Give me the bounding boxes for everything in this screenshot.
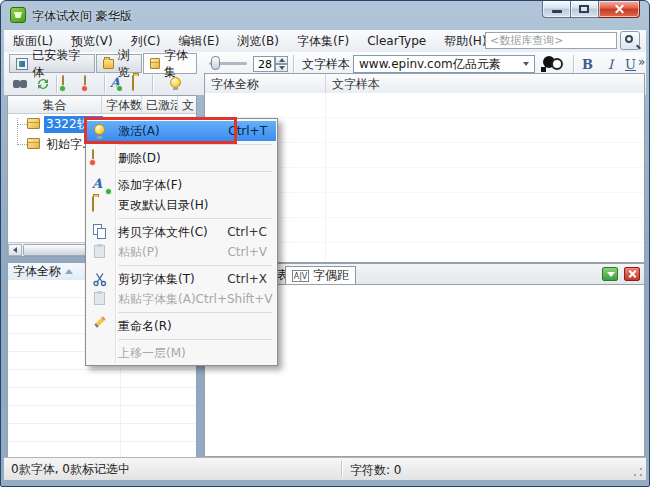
menu-cleartype[interactable]: ClearType bbox=[358, 31, 435, 51]
menu-separator bbox=[118, 218, 272, 219]
toolbar-separator bbox=[104, 75, 106, 93]
column-font-fullname[interactable]: 字体全称 bbox=[205, 74, 326, 93]
column-file[interactable]: 文 bbox=[178, 96, 196, 113]
menu-item-change-default-folder[interactable]: 更改默认目录(H) bbox=[87, 195, 276, 215]
menu-fontset[interactable]: 字体集(F) bbox=[288, 30, 358, 53]
font-size-input[interactable] bbox=[253, 56, 275, 72]
status-font-count: 0款字体, 0款标记选中 bbox=[4, 461, 130, 478]
scroll-left-button[interactable] bbox=[8, 244, 22, 256]
menu-item-copy-font-file[interactable]: 拷贝字体文件(C) Ctrl+C bbox=[87, 222, 276, 242]
app-window: 字体试衣间 豪华版 版面(L) 预览(V) 列(C) 编辑(E) 浏览(B) 字… bbox=[0, 0, 650, 487]
column-set[interactable]: 集合 bbox=[8, 96, 102, 113]
menu-item-label: 上移一层(M) bbox=[118, 345, 267, 362]
bold-button[interactable]: B bbox=[578, 55, 597, 73]
binoculars-icon bbox=[13, 80, 20, 88]
menu-item-shortcut: Ctrl+Shift+V bbox=[196, 292, 273, 306]
rotate-circle-icon bbox=[551, 58, 563, 70]
folder-edit-icon bbox=[92, 197, 109, 213]
column-divider bbox=[325, 93, 326, 262]
menu-item-add-font[interactable]: A 添加字体(F) bbox=[87, 175, 276, 195]
maximize-button[interactable] bbox=[571, 1, 599, 18]
column-text-sample[interactable]: 文字样本 bbox=[326, 74, 644, 93]
menu-item-move-up[interactable]: 上移一层(M) bbox=[87, 343, 276, 363]
paste-icon bbox=[92, 244, 109, 260]
window-title: 字体试衣间 豪华版 bbox=[32, 8, 132, 25]
menu-item-label: 粘贴字体集(A) bbox=[118, 291, 196, 308]
toolbar-separator bbox=[56, 75, 58, 93]
toolbar-separator bbox=[573, 55, 575, 73]
column-activated[interactable]: 已激活 bbox=[142, 96, 178, 113]
empty-icon bbox=[92, 345, 109, 361]
expand-panel-button[interactable] bbox=[602, 267, 618, 281]
sort-ascending-icon bbox=[65, 269, 73, 274]
sample-text-value: www.epinv.com亿品元素 bbox=[354, 56, 523, 73]
close-panel-button[interactable] bbox=[624, 267, 640, 281]
minimize-icon bbox=[552, 10, 562, 13]
font-color-picker[interactable] bbox=[541, 55, 569, 72]
status-divider bbox=[341, 461, 343, 477]
database-search-input[interactable] bbox=[486, 33, 616, 48]
menu-item-rename[interactable]: 重命名(R) bbox=[87, 316, 276, 336]
menu-separator bbox=[118, 265, 272, 266]
refresh-button[interactable] bbox=[35, 76, 51, 92]
menu-item-label: 删除(D) bbox=[118, 150, 267, 167]
title-bar[interactable]: 字体试衣间 豪华版 bbox=[1, 1, 649, 30]
tab-installed-fonts[interactable]: 已安装字体 bbox=[9, 54, 95, 73]
menu-item-shortcut: Ctrl+V bbox=[227, 245, 267, 259]
menu-item-cut-font-set[interactable]: 剪切字体集(T) Ctrl+X bbox=[87, 269, 276, 289]
italic-button[interactable]: I bbox=[601, 55, 620, 73]
column-font-fullname: 字体全称 bbox=[13, 263, 61, 280]
minimize-button[interactable] bbox=[542, 1, 571, 18]
menu-item-paste[interactable]: 粘贴(P) Ctrl+V bbox=[87, 242, 276, 262]
menu-browse[interactable]: 浏览(B) bbox=[228, 30, 288, 53]
menu-item-label: 添加字体(F) bbox=[118, 177, 267, 194]
tab-font-set[interactable]: 字体集 bbox=[143, 53, 197, 74]
size-up-button[interactable] bbox=[275, 56, 288, 64]
tab-kerning[interactable]: A|V 字偶距 bbox=[285, 266, 356, 284]
menu-item-activate[interactable]: 激活(A) Ctrl+T bbox=[87, 121, 276, 141]
menu-item-label: 粘贴(P) bbox=[118, 244, 227, 261]
remove-set-icon bbox=[84, 75, 86, 91]
menu-item-delete[interactable]: 删除(D) bbox=[87, 148, 276, 168]
add-set-icon bbox=[62, 75, 64, 91]
context-menu: 激活(A) Ctrl+T 删除(D) A 添加字体(F) 更改默认目录(H) 拷… bbox=[85, 118, 278, 366]
size-slider-thumb[interactable] bbox=[211, 56, 220, 70]
collection-icon bbox=[27, 118, 40, 129]
close-button[interactable] bbox=[599, 1, 640, 18]
change-default-folder-button[interactable] bbox=[132, 76, 148, 92]
column-font-count[interactable]: 字体数 bbox=[102, 96, 142, 113]
more-tools-chevron[interactable]: » bbox=[638, 55, 645, 69]
status-bar: 0款字体, 0款标记选中 字符数: 0 bbox=[4, 457, 646, 480]
tab-browse[interactable]: 浏览 bbox=[96, 54, 142, 73]
menu-item-shortcut: Ctrl+X bbox=[227, 272, 267, 286]
maximize-icon bbox=[579, 5, 589, 13]
menu-item-label: 拷贝字体文件(C) bbox=[118, 224, 227, 241]
color-square-icon bbox=[541, 67, 546, 72]
add-font-button[interactable]: A bbox=[110, 75, 120, 90]
folder-edit-icon bbox=[132, 75, 134, 91]
tab-label: 字偶距 bbox=[313, 267, 349, 284]
remove-set-button[interactable] bbox=[84, 76, 100, 92]
add-set-button[interactable] bbox=[62, 76, 78, 92]
menu-separator bbox=[118, 144, 272, 145]
menu-item-label: 更改默认目录(H) bbox=[118, 197, 267, 214]
chevron-down-icon bbox=[523, 62, 529, 66]
red-highlight-box bbox=[84, 117, 237, 144]
sample-text-combo[interactable]: www.epinv.com亿品元素 bbox=[353, 55, 535, 73]
collections-header: 集合 字体数 已激活 文 bbox=[8, 96, 196, 114]
add-font-icon: A bbox=[92, 177, 109, 193]
menu-item-label: 剪切字体集(T) bbox=[118, 271, 227, 288]
installed-fonts-icon bbox=[16, 58, 28, 70]
up-arrow-icon bbox=[279, 58, 285, 62]
database-search-box bbox=[485, 32, 617, 49]
app-icon bbox=[10, 7, 26, 23]
menu-item-paste-font-set[interactable]: 粘贴字体集(A) Ctrl+Shift+V bbox=[87, 289, 276, 309]
resize-grip[interactable] bbox=[632, 466, 644, 478]
tree-connector bbox=[17, 118, 27, 125]
search-button[interactable] bbox=[620, 31, 640, 50]
delete-set-icon bbox=[92, 150, 109, 166]
font-size-spinner bbox=[253, 56, 289, 72]
left-arrow-icon bbox=[13, 247, 17, 253]
size-down-button[interactable] bbox=[275, 64, 288, 72]
down-arrow-icon bbox=[279, 66, 285, 70]
